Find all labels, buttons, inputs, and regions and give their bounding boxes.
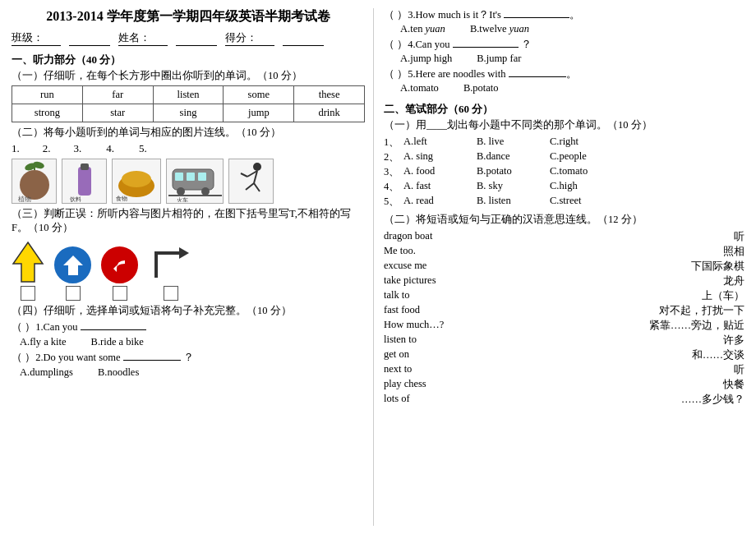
q5-choices: A.tomato B.potato	[384, 82, 744, 94]
svg-point-9	[122, 171, 151, 187]
q1-b: B.ride a bike	[91, 336, 144, 348]
q2-a: A.dumplings	[20, 366, 73, 379]
section2-header: 二、笔试部分（60 分）	[384, 102, 744, 117]
q5-a: A.tomato	[400, 82, 439, 94]
svg-line-22	[254, 183, 260, 191]
section2-part2-header: （二）将短语或短句与正确的汉语意思连线。（12 分）	[384, 213, 744, 227]
svg-text:火车: 火车	[177, 197, 188, 202]
q4-b: B.jump far	[477, 53, 521, 65]
word-cell: far	[82, 86, 153, 104]
svg-rect-13	[187, 173, 195, 181]
checkbox-4[interactable]	[164, 286, 178, 301]
word-cell: strong	[12, 104, 83, 122]
q4-row: （ ）4.Can you ？	[384, 38, 744, 52]
match-pair-4: take pictures 龙舟	[384, 274, 744, 288]
svg-rect-14	[198, 173, 206, 181]
match-pair-10: next to 听	[384, 363, 744, 377]
traffic-signs	[12, 241, 365, 301]
q1-choices: A.fly a kite B.ride a bike	[12, 336, 365, 348]
page-title: 2013-2014 学年度第一学期四年级英语半期考试卷	[12, 8, 365, 25]
svg-rect-5	[78, 167, 91, 196]
match-pair-1: dragon boat 听	[384, 230, 744, 244]
vocab-item-3: 3、 A. food B.potato C.tomato	[384, 165, 744, 179]
svg-line-21	[246, 183, 254, 190]
word-table: run far listen some these strong star si…	[12, 85, 365, 122]
word-cell: these	[294, 86, 365, 104]
vocab-items: 1、 A.left B. live C.right 2、 A. sing B.d…	[384, 135, 744, 209]
connect-image-1: 植物	[12, 159, 57, 204]
checkbox-3[interactable]	[113, 286, 127, 301]
svg-marker-26	[63, 255, 83, 275]
section1-header: 一、听力部分（40 分）	[12, 53, 365, 67]
word-cell: listen	[153, 86, 224, 104]
student-info: 班级： 姓名： 得分：	[12, 30, 365, 46]
connect-image-5	[228, 159, 274, 204]
match-pair-8: listen to 许多	[384, 334, 744, 348]
right-column: （ ）3.How much is it？It's 。 A.ten yuan B.…	[373, 8, 744, 526]
word-cell: run	[12, 86, 83, 104]
section2-part1-header: （一）用____划出每小题中不同类的那个单词。（10 分）	[384, 118, 744, 132]
match-pair-6: fast food 对不起，打扰一下	[384, 304, 744, 318]
q5-b: B.potato	[463, 82, 499, 94]
svg-point-19	[253, 163, 261, 171]
match-pair-2: Me too. 照相	[384, 245, 744, 259]
q4-a: A.jump high	[400, 53, 452, 65]
left-column: 2013-2014 学年度第一学期四年级英语半期考试卷 班级： 姓名： 得分： …	[12, 8, 365, 526]
word-row2: strong star sing jump drink	[12, 104, 365, 122]
svg-point-16	[201, 187, 210, 196]
match-pair-9: get on 和……交谈	[384, 348, 744, 362]
sign-red	[101, 246, 138, 283]
svg-text:食物: 食物	[116, 196, 127, 202]
connect-numbers: 1. 2. 3. 4. 5.	[12, 142, 365, 155]
match-pair-12: lots of ……多少钱？	[384, 393, 744, 407]
sign-blue	[54, 246, 91, 283]
q2-b: B.noodles	[98, 366, 139, 379]
q3-row: （ ）3.How much is it？It's 。	[384, 8, 744, 22]
traffic-item-3	[101, 246, 138, 301]
part4-header: （四）仔细听，选择单词或短语将句子补充完整。（10 分）	[12, 304, 365, 318]
traffic-item-1	[12, 241, 44, 301]
name-label: 姓名：	[118, 30, 168, 46]
match-pair-11: play chess 快餐	[384, 378, 744, 392]
connect-image-3: 食物	[112, 159, 161, 204]
svg-rect-6	[81, 163, 89, 170]
q2-row: （ ）2.Do you want some ？	[12, 351, 365, 365]
traffic-item-2	[54, 246, 91, 301]
svg-line-24	[241, 173, 247, 177]
svg-rect-12	[175, 173, 183, 181]
name-value[interactable]	[176, 30, 217, 46]
match-pair-7: How much…? 紧靠……旁边，贴近	[384, 319, 744, 333]
match-list: dragon boat 听 Me too. 照相 excuse me 下国际象棋…	[384, 229, 744, 407]
part2-header: （二）将每小题听到的单词与相应的图片连线。（10 分）	[12, 126, 365, 140]
svg-text:植物: 植物	[18, 196, 31, 203]
svg-point-15	[177, 187, 185, 196]
word-cell: some	[224, 86, 294, 104]
class-label: 班级：	[12, 30, 61, 46]
class-value[interactable]	[69, 30, 110, 46]
svg-marker-25	[13, 242, 43, 282]
part3-header: （三）判断正误：所听内容与图片相符的，在图下括号里写T,不相符的写F。（10 分…	[12, 207, 365, 235]
score-label: 得分：	[225, 30, 274, 46]
q1-prefix: （ ）1.Can you	[12, 321, 146, 333]
checkbox-1[interactable]	[21, 286, 35, 301]
q2-choices: A.dumplings B.noodles	[12, 366, 365, 379]
match-pair-5: talk to 上（车）	[384, 289, 744, 303]
score-value[interactable]	[283, 30, 324, 46]
svg-text:饮料: 饮料	[69, 196, 81, 203]
word-row1: run far listen some these	[12, 86, 365, 104]
vocab-item-1: 1、 A.left B. live C.right	[384, 136, 744, 150]
vocab-item-5: 5、 A. read B. listen C.street	[384, 195, 744, 209]
checkbox-2[interactable]	[66, 286, 81, 301]
q2-prefix: （ ）2.Do you want some ？	[12, 352, 194, 363]
vocab-item-2: 2、 A. sing B.dance C.people	[384, 150, 744, 164]
connect-image-2: 饮料	[62, 159, 107, 204]
vocab-item-4: 4、 A. fast B. sky C.high	[384, 180, 744, 194]
q5-row: （ ）5.Here are noodles with 。	[384, 67, 744, 81]
connect-image-4: 火车	[166, 159, 224, 204]
svg-marker-27	[179, 247, 189, 259]
connect-images: 植物 饮料 食物	[12, 159, 365, 204]
q4-choices: A.jump high B.jump far	[384, 53, 744, 65]
q3-choices: A.ten yuan B.twelve yuan	[384, 23, 744, 35]
q1-row: （ ）1.Can you	[12, 320, 365, 334]
traffic-item-4	[148, 241, 193, 301]
